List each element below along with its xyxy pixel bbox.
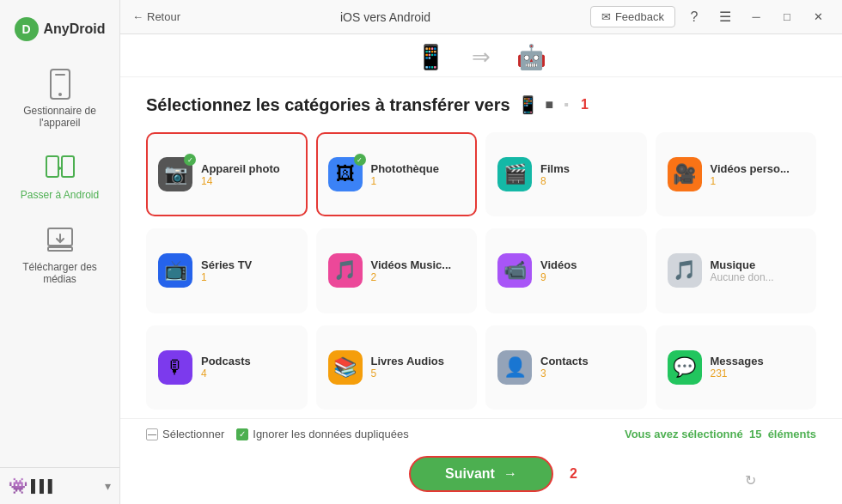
livres-audios-name: Livres Audios bbox=[371, 355, 444, 367]
close-icon: ✕ bbox=[814, 10, 823, 23]
select-all-checkbox[interactable]: — bbox=[146, 428, 158, 440]
svg-rect-3 bbox=[46, 156, 58, 177]
category-grid: 📷✓Appareil photo14🖼✓Photothèque1🎬Films8🎥… bbox=[146, 132, 816, 410]
phototheque-icon: 🖼✓ bbox=[328, 157, 363, 191]
hamburger-icon: ☰ bbox=[719, 9, 731, 25]
films-icon: 🎬 bbox=[497, 157, 532, 191]
bottom-bar: — Sélectionner ✓ Ignorer les données dup… bbox=[120, 418, 842, 449]
podcasts-icon: 🎙 bbox=[158, 350, 192, 385]
podcasts-name: Podcasts bbox=[201, 355, 251, 367]
appareil-photo-icon: 📷✓ bbox=[158, 157, 192, 191]
switch-android-icon bbox=[45, 153, 76, 184]
content-title: Sélectionnez les catégories à transférer… bbox=[146, 94, 816, 115]
videos-music-icon: 🎵 bbox=[328, 253, 363, 288]
step1-badge: 1 bbox=[581, 97, 589, 112]
films-count: 8 bbox=[540, 175, 570, 187]
svg-point-1 bbox=[58, 93, 62, 96]
back-button[interactable]: ← Retour bbox=[132, 10, 180, 23]
category-card-livres-audios[interactable]: 📚Livres Audios5 bbox=[316, 325, 478, 410]
refresh-icon[interactable]: ↻ bbox=[745, 472, 756, 489]
category-card-series-tv[interactable]: 📺Séries TV1 bbox=[146, 228, 308, 313]
phototheque-count: 1 bbox=[371, 175, 439, 187]
videos-perso-count: 1 bbox=[711, 175, 790, 187]
livres-audios-icon: 📚 bbox=[328, 350, 363, 385]
selected-text-suffix: éléments bbox=[768, 428, 816, 440]
videos-count: 9 bbox=[540, 271, 577, 283]
signal-icon: ▌▌▌ bbox=[31, 479, 57, 493]
musique-count: Aucune don... bbox=[711, 271, 774, 283]
next-arrow-icon: → bbox=[503, 466, 517, 482]
device-manager-icon bbox=[45, 69, 76, 100]
series-tv-icon: 📺 bbox=[158, 253, 192, 288]
category-card-contacts[interactable]: 👤Contacts3 bbox=[485, 325, 647, 410]
category-card-podcasts[interactable]: 🎙Podcasts4 bbox=[146, 325, 308, 410]
sidebar-item-download-media[interactable]: Télécharger des médias bbox=[0, 213, 119, 297]
svg-rect-2 bbox=[55, 74, 65, 76]
sidebar-item-device-manager[interactable]: Gestionnaire de l'appareil bbox=[0, 57, 119, 141]
menu-button[interactable]: ☰ bbox=[713, 5, 737, 29]
sidebar-item-device-manager-label: Gestionnaire de l'appareil bbox=[5, 105, 114, 129]
back-arrow-icon: ← bbox=[132, 10, 143, 23]
maximize-button[interactable]: □ bbox=[775, 5, 799, 29]
close-button[interactable]: ✕ bbox=[806, 5, 830, 29]
selected-count-info: Vous avez sélectionné 15 éléments bbox=[625, 428, 816, 440]
ios-device-icon: 📱 bbox=[416, 43, 446, 71]
sidebar: D AnyDroid Gestionnaire de l'appareil Pa… bbox=[0, 0, 120, 504]
sidebar-bottom-icons: 👾 ▌▌▌ bbox=[9, 477, 57, 495]
sidebar-bottom: 👾 ▌▌▌ ▾ bbox=[0, 467, 119, 504]
category-card-videos-music[interactable]: 🎵Vidéos Music...2 bbox=[316, 228, 478, 313]
sidebar-item-download-media-label: Télécharger des médias bbox=[5, 261, 114, 285]
next-label: Suivant bbox=[445, 466, 495, 482]
svg-rect-6 bbox=[48, 247, 72, 251]
selected-count: 15 bbox=[749, 428, 761, 440]
sidebar-item-switch-android[interactable]: Passer à Android bbox=[0, 141, 119, 213]
messages-icon: 💬 bbox=[668, 350, 702, 385]
category-card-phototheque[interactable]: 🖼✓Photothèque1 bbox=[316, 132, 478, 216]
dest-device: 🤖 bbox=[516, 43, 546, 71]
category-card-messages[interactable]: 💬Messages231 bbox=[656, 325, 817, 410]
category-card-videos-perso[interactable]: 🎥Vidéos perso...1 bbox=[656, 132, 817, 216]
bottom-left-controls: — Sélectionner ✓ Ignorer les données dup… bbox=[146, 428, 409, 440]
main-content: ← Retour iOS vers Android ✉ Feedback ? ☰… bbox=[120, 0, 842, 504]
app-name: AnyDroid bbox=[44, 21, 106, 37]
phototheque-check-badge: ✓ bbox=[354, 154, 366, 166]
appareil-photo-check-badge: ✓ bbox=[184, 154, 196, 166]
messages-name: Messages bbox=[711, 355, 764, 367]
content-area: Sélectionnez les catégories à transférer… bbox=[120, 77, 842, 418]
transfer-bar: 📱 ⇒ 🤖 bbox=[120, 34, 842, 77]
minimize-button[interactable]: ─ bbox=[744, 5, 768, 29]
android-device-icon: 🤖 bbox=[516, 43, 546, 71]
category-card-videos[interactable]: 📹Vidéos9 bbox=[485, 228, 647, 313]
feedback-button[interactable]: ✉ Feedback bbox=[590, 6, 675, 27]
maximize-icon: □ bbox=[784, 10, 790, 23]
help-button[interactable]: ? bbox=[682, 5, 706, 29]
transfer-arrow-icon: ⇒ bbox=[472, 44, 491, 70]
select-all-text: Sélectionner bbox=[162, 428, 224, 440]
download-media-icon bbox=[45, 225, 76, 256]
back-label: Retour bbox=[147, 10, 180, 23]
ignore-duplicates-checkbox[interactable]: ✓ bbox=[236, 428, 248, 440]
feedback-envelope-icon: ✉ bbox=[601, 10, 611, 23]
ignore-duplicates-text: Ignorer les données dupliquées bbox=[253, 428, 408, 440]
titlebar-title: iOS vers Android bbox=[192, 10, 578, 24]
minus-icon: — bbox=[148, 429, 156, 439]
next-button[interactable]: Suivant → 2 bbox=[409, 456, 553, 492]
svg-rect-4 bbox=[62, 156, 74, 177]
phone-inline-icon: 📱 bbox=[517, 94, 539, 115]
help-icon: ? bbox=[691, 9, 699, 25]
select-all-label[interactable]: — Sélectionner bbox=[146, 428, 224, 440]
sidebar-expand-icon[interactable]: ▾ bbox=[105, 479, 111, 493]
videos-perso-name: Vidéos perso... bbox=[711, 162, 790, 175]
logo-letter: D bbox=[21, 22, 30, 36]
ghost-icon: 👾 bbox=[9, 477, 27, 495]
category-card-appareil-photo[interactable]: 📷✓Appareil photo14 bbox=[146, 132, 308, 216]
device-color-swatch: ▪ bbox=[564, 97, 569, 112]
category-card-musique[interactable]: 🎵MusiqueAucune don... bbox=[656, 228, 817, 313]
ignore-duplicates-label[interactable]: ✓ Ignorer les données dupliquées bbox=[236, 428, 408, 440]
series-tv-count: 1 bbox=[201, 271, 252, 283]
category-card-films[interactable]: 🎬Films8 bbox=[485, 132, 647, 216]
contacts-count: 3 bbox=[540, 367, 589, 380]
device-name-placeholder: ■ bbox=[546, 97, 554, 112]
app-logo: D AnyDroid bbox=[0, 9, 119, 57]
podcasts-count: 4 bbox=[201, 367, 251, 380]
